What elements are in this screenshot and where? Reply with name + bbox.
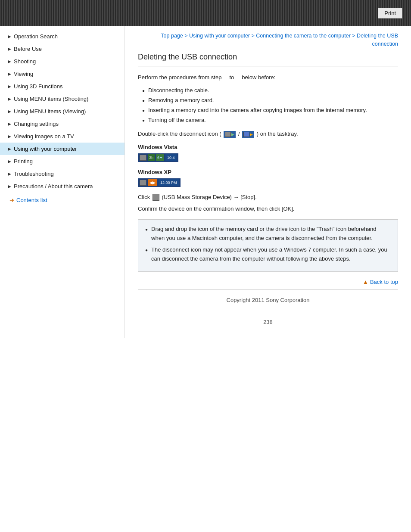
sidebar-item-menu-shooting[interactable]: ▶Using MENU items (Shooting) [0,93,125,105]
back-to-top-link[interactable]: ▲Back to top [363,279,398,285]
note-item: Drag and drop the icon of the memory car… [145,225,391,243]
note-box: Drag and drop the icon of the memory car… [138,219,398,271]
sidebar-arrow: ▶ [8,171,11,176]
sidebar-label: Precautions / About this camera [14,183,93,190]
sidebar-label: Shooting [14,58,36,65]
bullet-item: Disconnecting the cable. [142,86,398,95]
header-bar: Print [0,0,411,26]
sidebar-arrow: ▶ [8,84,11,89]
intro-text: Perform the procedures from step to belo… [138,73,398,82]
breadcrumb: Top page > Using with your computer > Co… [138,26,398,53]
sidebar-item-viewing-tv[interactable]: ▶Viewing images on a TV [0,130,125,143]
click-text: Click (USB Mass Storage Device) → [Stop]… [138,193,398,202]
sidebar-item-viewing[interactable]: ▶Viewing [0,68,125,80]
page-title: Deleting the USB connection [138,53,398,62]
sidebar-label: Using MENU items (Shooting) [14,96,88,102]
sidebar-item-changing-settings[interactable]: ▶Changing settings [0,118,125,130]
page-number: 238 [138,314,398,330]
content-body: Perform the procedures from step to belo… [138,73,398,272]
sidebar-item-precautions[interactable]: ▶Precautions / About this camera [0,180,125,193]
sidebar-arrow: ▶ [8,59,11,64]
sidebar-arrow: ▶ [8,96,11,101]
sidebar-label: Using MENU items (Viewing) [14,108,86,115]
taskbar-text-1: 3h [148,154,155,161]
sidebar-arrow: ▶ [8,146,11,151]
taskbar-icon-xp [140,180,146,186]
sidebar-item-troubleshooting[interactable]: ▶Troubleshooting [0,168,125,180]
xp-taskbar: ◀▶ 12:00 PM [138,178,181,187]
sidebar-label: Using 3D Functions [14,83,62,90]
sidebar-label: Troubleshooting [14,171,54,177]
main-layout: ▶Operation Search▶Before Use▶Shooting▶Vi… [0,26,411,338]
sidebar: ▶Operation Search▶Before Use▶Shooting▶Vi… [0,26,125,338]
breadcrumb-connecting[interactable]: Connecting the camera to the computer [256,33,351,39]
breadcrumb-using-computer[interactable]: Using with your computer [189,33,250,39]
disconnect-icon-xp: ▶ [242,131,254,138]
sidebar-label: Viewing [14,71,33,77]
sidebar-arrow: ▶ [8,47,11,51]
taskbar-time-xp: 12:00 PM [159,179,179,186]
vista-label: Windows Vista [138,143,398,152]
taskbar-text-2: 6✦ [156,154,164,161]
sidebar-arrow: ▶ [8,184,11,189]
sidebar-label: Printing [14,158,33,165]
sidebar-arrow: ▶ [8,121,11,126]
taskbar-text-xp-1: ◀▶ [148,179,157,186]
confirm-text: Confirm the device on the confirmation w… [138,205,398,214]
taskbar-icon-1 [140,155,146,161]
page-footer: Copyright 2011 Sony Corporation [138,289,398,308]
sidebar-label: Using with your computer [14,146,77,152]
back-to-top-label: Back to top [370,279,398,285]
bullet-item: Removing a memory card. [142,96,398,105]
contents-list-label: Contents list [16,197,47,203]
double-click-text: Double-click the disconnect icon ( ▶ / ▶… [138,130,398,139]
bullet-item: Turning off the camera. [142,116,398,125]
content-area: Top page > Using with your computer > Co… [125,26,411,338]
usb-icon-inline [153,194,159,201]
sidebar-item-before-use[interactable]: ▶Before Use [0,43,125,55]
sidebar-label: Before Use [14,46,42,52]
vista-taskbar: 3h 6✦ 10:4 [138,153,178,162]
sidebar-item-menu-viewing[interactable]: ▶Using MENU items (Viewing) [0,105,125,118]
sidebar-arrow: ▶ [8,34,11,39]
back-to-top: ▲Back to top [138,279,398,285]
note-list: Drag and drop the icon of the memory car… [145,225,391,263]
vista-section: Windows Vista 3h 6✦ 10:4 [138,143,398,164]
note-item: The disconnect icon may not appear when … [145,246,391,264]
sidebar-item-using-3d[interactable]: ▶Using 3D Functions [0,80,125,93]
sidebar-item-printing[interactable]: ▶Printing [0,155,125,168]
sidebar-item-using-computer[interactable]: ▶Using with your computer [0,143,125,155]
bullet-item: Inserting a memory card into the camera … [142,106,398,115]
print-button[interactable]: Print [378,8,402,19]
sidebar-item-operation-search[interactable]: ▶Operation Search [0,30,125,43]
breadcrumb-deleting[interactable]: Deleting the USB connection [357,33,398,47]
contents-list-link[interactable]: ➜ Contents list [0,193,125,208]
sidebar-label: Viewing images on a TV [14,133,74,140]
disconnect-icon-vista: ▶ [224,131,236,138]
sidebar-arrow: ▶ [8,109,11,114]
page-title-section: Deleting the USB connection [138,53,398,66]
breadcrumb-top-page[interactable]: Top page [161,33,183,39]
sidebar-arrow: ▶ [8,72,11,76]
arrow-icon: ➜ [9,197,14,203]
bullet-list: Disconnecting the cable.Removing a memor… [142,86,398,124]
sidebar-arrow: ▶ [8,134,11,139]
sidebar-label: Operation Search [14,33,58,40]
icon-box-xp [243,132,249,137]
sidebar-item-shooting[interactable]: ▶Shooting [0,55,125,68]
triangle-icon: ▲ [363,279,368,285]
copyright-text: Copyright 2011 Sony Corporation [227,297,310,303]
icon-box-vista [225,132,231,137]
xp-section: Windows XP ◀▶ 12:00 PM [138,168,398,189]
xp-label: Windows XP [138,168,398,177]
sidebar-arrow: ▶ [8,159,11,164]
sidebar-label: Changing settings [14,121,59,127]
taskbar-time-vista: 10:4 [165,154,177,161]
